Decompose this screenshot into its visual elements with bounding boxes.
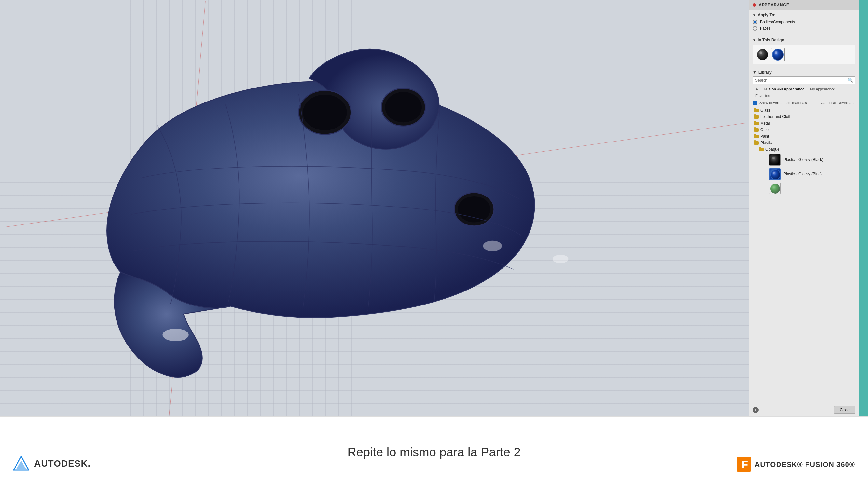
3d-model bbox=[15, 21, 614, 387]
tab-fusion360[interactable]: Fusion 360 Appearance bbox=[762, 86, 807, 92]
apply-to-arrow: ▼ bbox=[753, 13, 756, 17]
radio-bodies[interactable]: Bodies/Components bbox=[753, 20, 855, 24]
appearance-panel: APPEARANCE ▼ Apply To: Bodies/Components… bbox=[749, 0, 859, 416]
svg-point-10 bbox=[759, 52, 762, 54]
in-this-design-section: ▼ In This Design bbox=[749, 35, 859, 67]
info-icon[interactable]: i bbox=[753, 407, 758, 413]
svg-point-14 bbox=[772, 157, 775, 159]
material-plastic-blue-thumb bbox=[769, 168, 781, 180]
material-plastic-blue-label: Plastic - Glossy (Blue) bbox=[783, 172, 822, 176]
autodesk-name-right: AUTODESK® FUSION 360® bbox=[754, 460, 855, 469]
fusion-logo-icon: F bbox=[737, 457, 751, 472]
panel-indicator bbox=[753, 3, 756, 6]
folder-leather[interactable]: Leather and Cloth bbox=[753, 113, 855, 120]
library-section: ▼ Library 🔍 ↻ Fusion 360 Appearance My A… bbox=[749, 67, 859, 403]
download-row: ✓ Show downloadable materials Cancel all… bbox=[753, 100, 855, 105]
svg-point-7 bbox=[483, 241, 502, 251]
svg-point-9 bbox=[757, 49, 768, 60]
radio-bodies-btn[interactable] bbox=[753, 20, 757, 24]
folder-paint-icon bbox=[754, 135, 758, 138]
folder-metal-icon bbox=[754, 122, 758, 125]
design-swatches-container bbox=[753, 45, 855, 64]
3d-viewport[interactable] bbox=[0, 0, 749, 416]
close-button[interactable]: Close bbox=[834, 406, 855, 414]
teal-strip bbox=[859, 0, 868, 416]
library-title: ▼ Library bbox=[753, 70, 855, 74]
material-plastic-black-thumb bbox=[769, 154, 781, 166]
autodesk-logo-left: AUTODESK. bbox=[13, 455, 91, 472]
folder-paint[interactable]: Paint bbox=[753, 133, 855, 139]
panel-footer: i Close bbox=[749, 403, 859, 416]
autodesk-name-left: AUTODESK. bbox=[34, 458, 91, 469]
material-plastic-blue[interactable]: Plastic - Glossy (Blue) bbox=[753, 167, 855, 181]
in-this-design-title: ▼ In This Design bbox=[753, 38, 855, 42]
folder-plastic-icon bbox=[754, 141, 758, 145]
search-bar[interactable]: 🔍 bbox=[753, 76, 855, 84]
folder-glass-label: Glass bbox=[760, 108, 770, 112]
swatch-blue-design[interactable] bbox=[771, 48, 785, 62]
folder-other-label: Other bbox=[760, 128, 770, 132]
folder-glass[interactable]: Glass bbox=[753, 107, 855, 113]
folder-paint-label: Paint bbox=[760, 134, 769, 139]
library-label: Library bbox=[758, 70, 772, 74]
svg-point-5 bbox=[458, 196, 491, 222]
in-this-design-arrow: ▼ bbox=[753, 38, 756, 42]
folder-metal[interactable]: Metal bbox=[753, 120, 855, 127]
svg-text:F: F bbox=[742, 459, 748, 470]
tab-my-appearance[interactable]: My Appearance bbox=[807, 86, 837, 92]
material-plastic-black[interactable]: Plastic - Glossy (Black) bbox=[753, 153, 855, 167]
folder-opaque[interactable]: Opaque bbox=[753, 146, 855, 153]
search-input[interactable] bbox=[755, 78, 848, 83]
svg-point-6 bbox=[162, 329, 188, 341]
apply-to-title: ▼ Apply To: bbox=[753, 13, 855, 17]
search-icon[interactable]: 🔍 bbox=[848, 78, 853, 83]
download-label: Show downloadable materials bbox=[759, 101, 807, 105]
cancel-downloads-btn[interactable]: Cancel all Downloads bbox=[821, 101, 855, 105]
folder-metal-label: Metal bbox=[760, 121, 770, 126]
svg-point-17 bbox=[770, 184, 780, 194]
radio-faces-btn[interactable] bbox=[753, 26, 757, 31]
folder-other[interactable]: Other bbox=[753, 127, 855, 133]
svg-point-8 bbox=[553, 255, 568, 263]
folder-opaque-icon bbox=[759, 148, 764, 151]
svg-point-11 bbox=[772, 49, 783, 60]
folder-glass-icon bbox=[754, 109, 758, 112]
tab-refresh-icon[interactable]: ↻ bbox=[753, 86, 761, 92]
svg-point-1 bbox=[303, 95, 347, 130]
svg-point-12 bbox=[775, 52, 777, 54]
bottom-text: Repite lo mismo para la Parte 2 bbox=[347, 445, 520, 459]
folder-opaque-label: Opaque bbox=[766, 147, 779, 152]
radio-bodies-label: Bodies/Components bbox=[760, 20, 795, 24]
library-tabs: ↻ Fusion 360 Appearance My Appearance Fa… bbox=[753, 86, 855, 99]
in-this-design-label: In This Design bbox=[758, 38, 784, 42]
material-plastic-green-thumb bbox=[769, 183, 781, 194]
panel-header: APPEARANCE bbox=[749, 0, 859, 10]
library-arrow: ▼ bbox=[753, 70, 757, 74]
radio-faces-label: Faces bbox=[760, 26, 771, 31]
bottom-bar: Repite lo mismo para la Parte 2 AUTODESK… bbox=[0, 416, 868, 488]
folder-other-icon bbox=[754, 128, 758, 132]
svg-point-16 bbox=[773, 172, 775, 174]
svg-point-15 bbox=[771, 170, 780, 180]
tab-favorites[interactable]: Favorites bbox=[753, 93, 773, 99]
folder-plastic-label: Plastic bbox=[760, 140, 772, 145]
apply-to-label: Apply To: bbox=[758, 13, 775, 17]
download-checkbox[interactable]: ✓ bbox=[753, 100, 757, 105]
material-plastic-black-label: Plastic - Glossy (Black) bbox=[783, 158, 824, 162]
apply-to-section: ▼ Apply To: Bodies/Components Faces bbox=[749, 10, 859, 35]
svg-point-13 bbox=[770, 155, 780, 165]
swatch-black-design[interactable] bbox=[756, 48, 769, 62]
radio-faces[interactable]: Faces bbox=[753, 26, 855, 31]
folder-leather-label: Leather and Cloth bbox=[760, 115, 791, 119]
folder-leather-icon bbox=[754, 115, 758, 119]
autodesk-logo-right: F AUTODESK® FUSION 360® bbox=[737, 457, 855, 472]
material-plastic-green[interactable] bbox=[753, 181, 855, 196]
autodesk-triangle-icon bbox=[13, 455, 29, 472]
svg-point-3 bbox=[385, 92, 422, 122]
panel-title: APPEARANCE bbox=[758, 3, 789, 7]
folder-plastic[interactable]: Plastic bbox=[753, 139, 855, 146]
